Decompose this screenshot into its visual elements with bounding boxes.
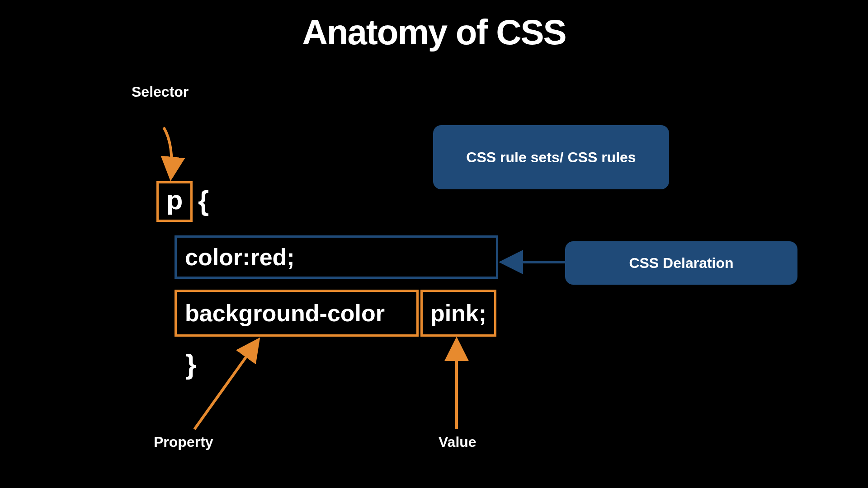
declaration-box: color:red;	[175, 235, 498, 279]
page-title: Anatomy of CSS	[0, 12, 868, 53]
pill-rulesets: CSS rule sets/ CSS rules	[433, 125, 669, 189]
pill-declaration: CSS Delaration	[565, 241, 797, 285]
label-selector: Selector	[132, 84, 189, 100]
property-box: background-color	[175, 290, 419, 337]
label-property: Property	[154, 434, 213, 450]
brace-close: }	[185, 348, 196, 380]
label-value: Value	[439, 434, 476, 450]
selector-box: p	[156, 181, 193, 222]
value-box: pink;	[420, 290, 496, 337]
diagram-canvas: Anatomy of CSS Selector p { CSS rule set…	[0, 0, 868, 488]
brace-open: {	[198, 184, 209, 216]
arrow-property-icon	[194, 341, 258, 429]
arrow-selector-icon	[164, 127, 172, 177]
